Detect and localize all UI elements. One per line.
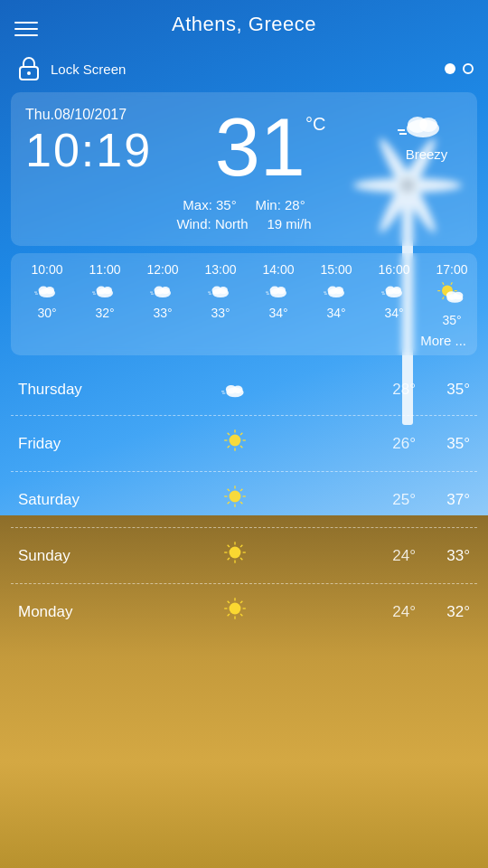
date-text: Thu.08/10/2017 bbox=[25, 107, 152, 123]
time-text: 10:19 bbox=[25, 127, 152, 174]
condition-label: Breezy bbox=[406, 146, 448, 162]
day-name: Sunday bbox=[18, 547, 117, 565]
svg-point-44 bbox=[392, 287, 401, 294]
svg-point-56 bbox=[454, 292, 464, 299]
weather-card: Thu.08/10/2017 10:19 31 °C bbox=[11, 92, 477, 246]
day-name: Friday bbox=[18, 435, 117, 453]
day-name: Monday bbox=[18, 603, 117, 621]
hour-label: 17:00 bbox=[436, 262, 467, 277]
svg-line-82 bbox=[240, 558, 242, 560]
svg-point-39 bbox=[334, 287, 343, 294]
hour-temp: 33° bbox=[153, 306, 172, 320]
hour-label: 11:00 bbox=[89, 262, 120, 277]
hour-item: 13:00 33° bbox=[192, 262, 249, 327]
day-min-temp: 26° bbox=[352, 435, 416, 453]
hour-label: 12:00 bbox=[146, 262, 178, 277]
day-icon bbox=[117, 375, 352, 404]
hourly-scroll: 10:00 30° 11:00 32° 12:00 33° 13:00 bbox=[18, 262, 470, 327]
lock-screen-toggle[interactable]: Lock Screen bbox=[14, 54, 126, 83]
hour-temp: 35° bbox=[442, 313, 461, 327]
hour-item: 12:00 33° bbox=[134, 262, 192, 327]
dot-1[interactable] bbox=[445, 63, 455, 74]
day-name: Saturday bbox=[18, 491, 117, 509]
day-min-temp: 25° bbox=[352, 491, 416, 509]
svg-point-89 bbox=[230, 603, 241, 615]
day-max-temp: 37° bbox=[416, 491, 470, 509]
svg-line-95 bbox=[228, 601, 230, 603]
svg-line-68 bbox=[228, 433, 230, 435]
svg-point-6 bbox=[27, 71, 31, 75]
day-icon bbox=[117, 539, 352, 572]
hour-temp: 33° bbox=[211, 306, 230, 320]
day-icon bbox=[117, 595, 352, 628]
wind-speed: 19 mi/h bbox=[267, 216, 311, 231]
svg-point-19 bbox=[103, 287, 112, 294]
hour-item: 17:00 35° bbox=[423, 262, 470, 327]
day-min-temp: 24° bbox=[352, 603, 416, 621]
svg-line-79 bbox=[240, 489, 242, 491]
svg-line-97 bbox=[240, 601, 242, 603]
svg-line-77 bbox=[228, 489, 230, 491]
day-row: Sunday 24° 33° bbox=[11, 528, 477, 584]
day-max-temp: 32° bbox=[416, 603, 470, 621]
day-max-temp: 35° bbox=[416, 435, 470, 453]
page-dots bbox=[445, 63, 474, 74]
day-icon bbox=[117, 427, 352, 460]
hour-icon bbox=[34, 280, 60, 302]
svg-line-66 bbox=[228, 446, 230, 448]
day-row: Thursday 28° 35° bbox=[11, 364, 477, 416]
weather-details: Max: 35° Min: 28° Wind: North 19 mi/h bbox=[25, 197, 463, 231]
hour-icon bbox=[436, 280, 467, 309]
day-row: Saturday 25° 37° bbox=[11, 472, 477, 528]
svg-point-14 bbox=[45, 287, 54, 294]
hour-icon bbox=[150, 280, 175, 302]
svg-line-84 bbox=[228, 558, 230, 560]
hour-temp: 34° bbox=[384, 306, 403, 320]
svg-point-62 bbox=[230, 435, 241, 447]
more-button[interactable]: More ... bbox=[420, 333, 466, 348]
svg-line-70 bbox=[240, 433, 242, 435]
min-temp: Min: 28° bbox=[256, 197, 305, 212]
header: Athens, Greece bbox=[0, 0, 488, 49]
day-max-temp: 35° bbox=[416, 381, 470, 399]
svg-line-50 bbox=[443, 297, 444, 299]
daily-forecast-list: Thursday 28° 35° Friday 26° 35° Saturday… bbox=[11, 364, 477, 639]
hour-temp: 30° bbox=[37, 306, 56, 320]
city-title: Athens, Greece bbox=[172, 13, 316, 36]
svg-line-88 bbox=[240, 545, 242, 547]
condition-block: Breezy bbox=[390, 107, 463, 162]
temperature-unit: °C bbox=[305, 114, 325, 135]
svg-point-9 bbox=[419, 118, 437, 132]
svg-line-73 bbox=[240, 502, 242, 504]
day-row: Friday 26° 35° bbox=[11, 416, 477, 472]
svg-line-53 bbox=[451, 282, 452, 285]
hour-temp: 34° bbox=[326, 306, 345, 320]
wind-direction: Wind: North bbox=[176, 216, 248, 231]
temperature-block: 31 °C bbox=[215, 107, 328, 188]
lock-screen-row: Lock Screen bbox=[0, 49, 488, 92]
hour-item: 15:00 34° bbox=[307, 262, 365, 327]
max-temp: Max: 35° bbox=[183, 197, 236, 212]
weather-condition-icon bbox=[398, 107, 455, 143]
hour-label: 13:00 bbox=[204, 262, 236, 277]
hour-label: 16:00 bbox=[378, 262, 409, 277]
hour-item: 11:00 32° bbox=[76, 262, 134, 327]
day-name: Thursday bbox=[18, 381, 117, 399]
menu-button[interactable] bbox=[14, 13, 47, 45]
svg-point-80 bbox=[230, 547, 241, 559]
temperature-value: 31 bbox=[215, 107, 305, 188]
svg-line-86 bbox=[228, 545, 230, 547]
svg-point-29 bbox=[219, 287, 228, 294]
svg-point-34 bbox=[277, 287, 286, 294]
day-min-temp: 24° bbox=[352, 547, 416, 565]
dot-2[interactable] bbox=[463, 63, 474, 74]
hourly-forecast-card: 10:00 30° 11:00 32° 12:00 33° 13:00 bbox=[11, 253, 477, 355]
svg-point-24 bbox=[161, 287, 170, 294]
hour-label: 14:00 bbox=[262, 262, 294, 277]
hour-label: 15:00 bbox=[320, 262, 352, 277]
day-row: Monday 24° 32° bbox=[11, 584, 477, 639]
hour-icon bbox=[92, 280, 117, 302]
day-min-temp: 28° bbox=[352, 381, 416, 399]
svg-line-91 bbox=[240, 614, 242, 616]
day-icon bbox=[117, 483, 352, 516]
